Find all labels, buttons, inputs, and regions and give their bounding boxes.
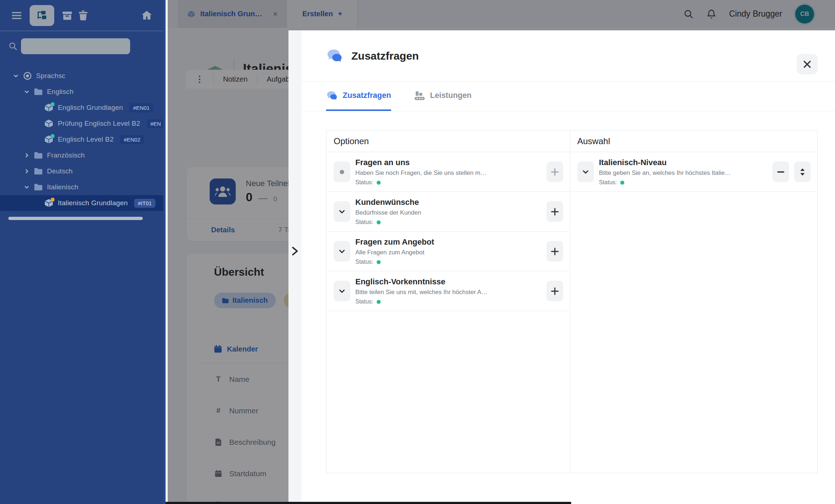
tree-item-label: Englisch Level B2: [58, 135, 114, 143]
chevron-right-icon[interactable]: [24, 152, 30, 158]
chat-bubbles-icon: [326, 91, 338, 101]
expand-button[interactable]: [577, 161, 594, 182]
menu-button[interactable]: [9, 5, 25, 26]
status-label: Status:: [599, 179, 617, 186]
course-tag: #EN01: [129, 103, 153, 112]
expand-button[interactable]: [334, 161, 350, 182]
option-title: Kundenwünsche: [355, 198, 541, 207]
chevron-down-icon: [338, 208, 346, 215]
option-fragen-an-uns: Fragen an uns Haben Sie noch Fragen, die…: [326, 152, 570, 192]
optionen-column: Optionen Fragen an uns Haben Sie noch Fr…: [326, 131, 570, 473]
option-title: Italienisch-Niveau: [599, 158, 767, 167]
option-description: Haben Sie noch Fragen, die Sie uns stell…: [355, 169, 541, 177]
modal-close-button[interactable]: [797, 54, 818, 74]
option-title: Fragen an uns: [355, 158, 541, 167]
add-option-button[interactable]: [547, 201, 563, 222]
selected-italienisch-niveau: Italienisch-Niveau Bitte geben Sie an, w…: [570, 152, 817, 192]
tree-item-englisch-level-b2[interactable]: Englisch Level B2 #EN02: [0, 132, 163, 147]
status-label: Status:: [355, 219, 373, 225]
tree-item-label: Italienisch Grundlagen: [58, 199, 128, 207]
options-panels: Optionen Fragen an uns Haben Sie noch Fr…: [326, 130, 818, 473]
expand-button[interactable]: [334, 281, 350, 301]
sort-arrows-icon: [799, 168, 806, 176]
chat-bubbles-icon: [326, 49, 343, 63]
tree-item-englisch-grundlagen[interactable]: Englisch Grundlagen #EN01: [0, 100, 163, 116]
tab-zusatzfragen[interactable]: Zusatzfragen: [326, 82, 391, 111]
add-option-button[interactable]: [547, 161, 563, 182]
option-title: Fragen zum Angebot: [355, 237, 541, 247]
expand-button[interactable]: [334, 201, 350, 222]
tree-item-englisch[interactable]: Englisch: [0, 84, 163, 100]
plus-icon: [551, 168, 559, 176]
add-option-button[interactable]: [547, 241, 563, 262]
optionen-header: Optionen: [326, 131, 570, 152]
tab-label: Leistungen: [430, 91, 472, 100]
status-dot: [377, 220, 381, 224]
course-tag: #IT01: [134, 199, 155, 208]
status-dot: [51, 134, 55, 138]
plus-icon: [551, 287, 559, 295]
tab-label: Zusatzfragen: [343, 91, 391, 100]
tree-item-label: Deutsch: [47, 167, 73, 175]
status-label: Status:: [355, 259, 373, 265]
option-description: Alle Fragen zum Angebot: [355, 249, 541, 256]
tree-search-input[interactable]: [21, 38, 130, 54]
option-kundenwuensche: Kundenwünsche Bedürfnisse der Kunden Sta…: [326, 192, 570, 232]
navigation-tree: Sprachsc Englisch Englisch Grundlagen #E…: [0, 68, 163, 220]
status-dot: [377, 300, 381, 304]
search-icon: [9, 42, 17, 51]
trash-icon: [78, 10, 88, 21]
tree-horizontal-scrollbar[interactable]: [8, 217, 143, 220]
conveyor-icon: [414, 91, 425, 101]
remove-option-button[interactable]: [772, 161, 789, 182]
drawer-body: Zusatzfragen Zusatzfragen Leistungen: [301, 30, 835, 504]
archive-button[interactable]: [59, 5, 75, 26]
tree-item-franzoesisch[interactable]: Französisch: [0, 147, 163, 163]
option-title: Englisch-Vorkenntnisse: [355, 277, 541, 287]
sidebar: Sprachsc Englisch Englisch Grundlagen #E…: [0, 0, 166, 504]
status-dot: [51, 102, 55, 106]
course-tag: #EN: [147, 119, 164, 128]
tree-item-pruefung-englisch[interactable]: Prüfung Englisch Level B2 #EN: [0, 116, 163, 132]
option-description: Bedürfnisse der Kunden: [355, 209, 541, 216]
status-label: Status:: [355, 179, 373, 186]
sidebar-toolbar: [0, 0, 163, 31]
tree-item-sprachschule[interactable]: Sprachsc: [0, 68, 163, 84]
window-bottom-strip: [166, 502, 571, 504]
trash-button[interactable]: [75, 5, 91, 26]
tree-icon: [37, 11, 47, 20]
chevron-down-icon[interactable]: [24, 89, 30, 95]
folder-icon: [34, 152, 43, 159]
tab-leistungen[interactable]: Leistungen: [414, 82, 472, 111]
plus-icon: [551, 208, 559, 216]
expand-button[interactable]: [334, 241, 350, 262]
option-description: Bitte teilen Sie uns mit, welches Ihr hö…: [355, 289, 541, 296]
folder-icon: [34, 88, 43, 95]
status-dot: [377, 260, 381, 264]
option-englisch-vorkenntnisse: Englisch-Vorkenntnisse Bitte teilen Sie …: [326, 271, 570, 311]
archive-icon: [62, 11, 72, 20]
tree-item-label: Englisch Grundlagen: [58, 104, 123, 112]
hamburger-icon: [11, 11, 22, 20]
chevron-down-icon: [582, 168, 589, 176]
tree-view-button[interactable]: [30, 5, 54, 26]
tree-item-deutsch[interactable]: Deutsch: [0, 163, 163, 179]
chevron-down-icon[interactable]: [13, 73, 19, 79]
auswahl-column: Auswahl Italienisch-Niveau Bitte geben S…: [570, 131, 817, 473]
package-icon: [44, 199, 53, 207]
add-option-button[interactable]: [547, 281, 563, 301]
tree-item-label: Französisch: [47, 151, 85, 159]
sidebar-search: [0, 31, 163, 58]
chevron-down-icon[interactable]: [24, 184, 30, 190]
package-icon: [44, 103, 53, 112]
reorder-button[interactable]: [794, 161, 811, 182]
chevron-right-icon[interactable]: [24, 168, 30, 174]
home-icon: [141, 10, 152, 20]
drawer-collapse-handle[interactable]: [288, 30, 301, 504]
tree-item-label: Prüfung Englisch Level B2: [58, 120, 140, 128]
tree-item-italienisch-grundlagen[interactable]: Italienisch Grundlagen #IT01: [0, 195, 163, 211]
tree-item-label: Englisch: [47, 88, 73, 96]
tree-item-italienisch[interactable]: Italienisch: [0, 179, 163, 195]
home-button[interactable]: [139, 5, 155, 26]
status-dot: [51, 198, 55, 202]
